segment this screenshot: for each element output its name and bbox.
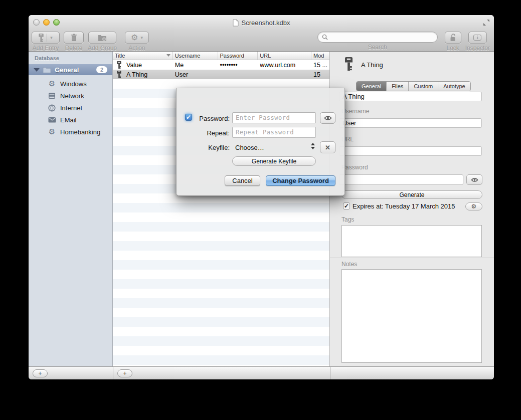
reveal-password-button[interactable] <box>466 174 482 185</box>
gear-icon: ⚙ <box>48 80 56 88</box>
tab-autotype[interactable]: Autotype <box>438 82 470 91</box>
key-icon <box>39 34 44 42</box>
delete-button[interactable] <box>64 32 84 44</box>
sidebar-group-label: General <box>55 66 79 74</box>
delete-label: Delete <box>65 45 83 52</box>
sidebar-group-general[interactable]: General 2 <box>29 64 112 75</box>
sidebar-item-label: Network <box>60 92 84 100</box>
add-entry-button[interactable]: ▾ <box>32 32 60 44</box>
bottom-bar-divider <box>113 367 113 379</box>
column-header-username[interactable]: Username <box>173 52 218 60</box>
dialog-password-input[interactable] <box>232 112 316 123</box>
sidebar-item-internet[interactable]: Internet <box>29 102 112 114</box>
document-icon <box>233 19 239 27</box>
table-row-selected[interactable]: A Thing User 15 <box>113 70 329 79</box>
tags-input[interactable] <box>341 225 482 257</box>
password-field[interactable] <box>339 174 463 185</box>
expires-checkbox[interactable]: ✓ <box>343 202 350 209</box>
dialog-reveal-password-button[interactable] <box>320 112 335 124</box>
sidebar-item-label: EMail <box>60 116 77 124</box>
gear-icon: ⚙ <box>48 128 56 136</box>
generate-password-button[interactable]: Generate <box>341 190 482 199</box>
tab-custom[interactable]: Custom <box>408 82 438 91</box>
folder-icon <box>43 67 51 73</box>
chevron-down-icon[interactable]: ▾ <box>50 35 53 40</box>
bottom-bar: + + <box>29 366 494 379</box>
lock-button[interactable] <box>445 32 461 44</box>
fullscreen-icon[interactable] <box>483 19 490 26</box>
search-field[interactable] <box>317 32 438 43</box>
notes-label: Notes <box>341 261 357 268</box>
entry-title: A Thing <box>126 71 147 78</box>
tab-general[interactable]: General <box>357 82 386 91</box>
add-entry-plus-button[interactable]: + <box>117 369 132 377</box>
url-field[interactable] <box>339 146 482 156</box>
bottom-bar-divider <box>330 367 330 379</box>
toolbar: ▾ Add Entry Delete <box>29 30 494 52</box>
cancel-button[interactable]: Cancel <box>225 175 260 186</box>
envelope-icon <box>48 117 56 123</box>
split-divider <box>47 34 47 42</box>
entry-url: www.url.com <box>258 62 311 69</box>
search-label: Search <box>368 44 387 51</box>
dialog-repeat-label: Repeat: <box>177 129 230 137</box>
toolbar-lock: Lock <box>445 32 461 52</box>
section-divider <box>330 258 494 258</box>
sidebar-item-windows[interactable]: ⚙ Windows <box>29 78 112 90</box>
toolbar-search: Search <box>317 32 438 51</box>
entry-password: •••••••• <box>218 62 258 69</box>
trash-icon <box>71 34 77 42</box>
toolbar-delete: Delete <box>64 32 84 52</box>
column-header-modified[interactable]: Mod <box>311 52 329 60</box>
table-row[interactable]: Value Me •••••••• www.url.com 15 ... <box>113 60 329 70</box>
disclosure-triangle-icon[interactable] <box>34 68 40 72</box>
add-group-plus-button[interactable]: + <box>33 369 48 377</box>
toolbar-inspector: i Inspector <box>465 32 490 52</box>
generate-keyfile-button[interactable]: Generate Keyfile <box>232 156 316 166</box>
search-input[interactable] <box>330 34 433 41</box>
toolbar-add-entry: ▾ Add Entry <box>32 32 60 52</box>
password-label: Password <box>341 164 368 171</box>
entry-modified: 15 ... <box>311 62 329 69</box>
keyfile-clear-button[interactable]: ✕ <box>320 141 335 153</box>
sidebar-item-label: Homebanking <box>60 128 100 136</box>
entry-modified: 15 <box>311 71 329 78</box>
keyfile-stepper-icon[interactable] <box>311 143 315 149</box>
chevron-down-icon[interactable]: ▾ <box>140 35 143 40</box>
column-header-title[interactable]: Title <box>113 52 173 60</box>
title-field[interactable] <box>339 92 482 101</box>
keyfile-popup[interactable]: Choose… <box>235 144 264 151</box>
sidebar-group-badge: 2 <box>96 66 107 73</box>
sidebar-item-network[interactable]: Network <box>29 90 112 102</box>
window-title-area: Screenshot.kdbx <box>29 15 494 30</box>
open-padlock-icon <box>450 34 456 42</box>
notes-input[interactable] <box>341 269 482 363</box>
globe-icon <box>48 104 56 112</box>
column-header-password[interactable]: Password <box>218 52 258 60</box>
inspector-label: Inspector <box>465 45 490 52</box>
sidebar-item-homebanking[interactable]: ⚙ Homebanking <box>29 126 112 138</box>
column-header-url[interactable]: URL <box>258 52 311 60</box>
add-group-button[interactable] <box>88 32 116 44</box>
sidebar-item-email[interactable]: EMail <box>29 114 112 126</box>
tags-label: Tags <box>341 216 354 223</box>
change-password-button[interactable]: Change Password <box>266 175 335 186</box>
table-header: Title Username Password URL Mod <box>113 52 329 60</box>
sidebar-header: Database <box>35 55 59 61</box>
server-icon <box>48 92 56 99</box>
inspector-button[interactable]: i <box>468 32 487 44</box>
action-button[interactable]: ⚙ ▾ <box>125 32 149 44</box>
tab-files[interactable]: Files <box>386 82 408 91</box>
dialog-repeat-input[interactable] <box>232 127 316 138</box>
entry-username: Me <box>173 62 218 69</box>
folder-plus-icon <box>98 34 107 42</box>
eye-icon <box>324 115 332 121</box>
key-icon <box>345 56 353 72</box>
toolbar-action: ⚙ ▾ Action <box>125 32 149 52</box>
toolbar-add-group: Add Group <box>88 32 117 52</box>
expires-gear-button[interactable]: ⚙ <box>465 202 482 211</box>
username-field[interactable] <box>339 118 482 128</box>
dialog-keyfile-label: Keyfile: <box>177 144 230 151</box>
sidebar: Database General 2 ⚙ Windows Netw <box>29 52 113 366</box>
window-title: Screenshot.kdbx <box>242 19 290 27</box>
